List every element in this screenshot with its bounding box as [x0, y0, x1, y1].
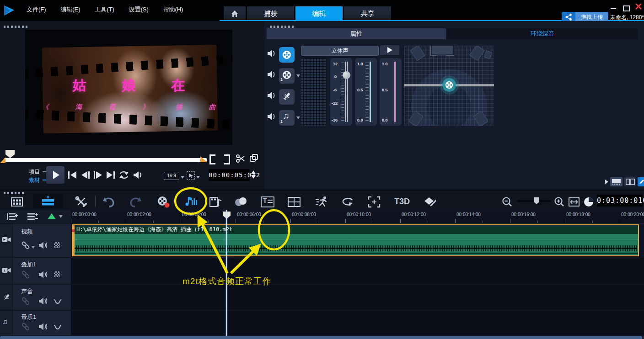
overlay-track-dropdown-icon[interactable]: [296, 74, 301, 78]
overlay-track-header[interactable]: 1 叠加1: [0, 258, 71, 284]
mark-in-icon[interactable]: [209, 154, 215, 164]
split-screen-button[interactable]: [287, 195, 301, 209]
timeline-zoom-slider[interactable]: [517, 200, 551, 202]
overlay-track-content[interactable]: [71, 258, 644, 284]
mixer-overlay-track-button[interactable]: 1: [279, 68, 295, 84]
chroma-key-icon[interactable]: [54, 242, 60, 248]
clip-mode-button[interactable]: 素材: [29, 176, 40, 184]
insert-track-icon[interactable]: [6, 212, 18, 221]
system-volume-button[interactable]: [133, 170, 144, 180]
mark-out-icon[interactable]: [224, 154, 230, 164]
tab-surround-mixer[interactable]: 环绕混音: [447, 28, 638, 39]
link-icon[interactable]: [21, 270, 30, 279]
music-track-volume-icon[interactable]: [267, 112, 276, 121]
link-icon[interactable]: [21, 297, 30, 305]
record-capture-button[interactable]: [156, 195, 170, 209]
playhead-line[interactable]: [226, 210, 227, 336]
preview-scrub-marker[interactable]: [5, 150, 15, 158]
timeline-scrollbar[interactable]: [0, 336, 644, 339]
panner-puck[interactable]: [442, 78, 456, 92]
selection-dropdown-icon[interactable]: [196, 175, 200, 179]
transition-button[interactable]: [234, 195, 248, 209]
zoom-in-button[interactable]: [553, 195, 566, 209]
track-mute-icon[interactable]: [38, 241, 48, 249]
link-icon[interactable]: [21, 241, 30, 249]
link-icon[interactable]: [21, 323, 30, 331]
edit-panel-button[interactable]: [638, 177, 644, 186]
menu-file[interactable]: 文件(F): [20, 2, 53, 17]
aspect-ratio-selector[interactable]: 16:9: [164, 172, 179, 180]
go-start-button[interactable]: [67, 171, 77, 179]
repeat-button[interactable]: [118, 170, 130, 180]
preview-timecode[interactable]: 00:00:05:032: [209, 169, 250, 181]
speed-button[interactable]: [315, 195, 328, 209]
panel-drag-handle[interactable]: [4, 26, 27, 28]
storyboard-view-button[interactable]: [10, 195, 24, 209]
redo-button[interactable]: [129, 195, 143, 209]
track-mute-icon[interactable]: [38, 297, 48, 305]
menu-help[interactable]: 帮助(H): [156, 2, 189, 17]
title-3d-button[interactable]: T3D: [394, 197, 410, 207]
motion-tracking-button[interactable]: [367, 195, 381, 209]
tab-properties[interactable]: 属性: [267, 28, 446, 39]
aspect-dropdown-icon[interactable]: [180, 175, 185, 179]
panel-expand-icon[interactable]: [605, 179, 609, 185]
clip-volume-line[interactable]: [73, 239, 638, 239]
zoom-slider-handle[interactable]: [534, 197, 539, 204]
panel-drag-handle[interactable]: [270, 26, 294, 28]
menu-settings[interactable]: 设置(S): [122, 2, 155, 17]
prev-frame-button[interactable]: [80, 171, 91, 179]
chroma-key-icon[interactable]: [54, 271, 60, 277]
mixer-play-button[interactable]: [380, 45, 399, 55]
overlay-track-volume-icon[interactable]: [267, 70, 276, 79]
music-track-header[interactable]: ♫ 音乐1: [0, 311, 71, 335]
tools-button[interactable]: [74, 195, 88, 209]
track-manager-icon[interactable]: [27, 212, 38, 221]
sound-mixer-button[interactable]: [184, 195, 198, 209]
timecode-spinner[interactable]: [251, 170, 256, 180]
tab-capture[interactable]: 捕获: [247, 6, 294, 21]
wave-view-icon[interactable]: [54, 324, 62, 329]
auto-music-button[interactable]: [209, 195, 223, 209]
music-track-dropdown-icon[interactable]: [296, 116, 301, 120]
library-panel-button[interactable]: [610, 177, 623, 186]
timeline-ruler[interactable]: 00:00:00:00 00:00:02:00 00:00:04:00 00:0…: [71, 210, 644, 223]
scrollbar-thumb[interactable]: [0, 336, 642, 339]
next-frame-button[interactable]: [93, 171, 103, 179]
track-mute-icon[interactable]: [38, 270, 48, 279]
video-track-volume-icon[interactable]: [267, 49, 276, 58]
level-fader-pink[interactable]: 1.0 0.5 0.0: [380, 58, 402, 126]
menu-tools[interactable]: 工具(T): [88, 2, 121, 17]
grab-frame-icon[interactable]: [249, 154, 258, 163]
wave-view-icon[interactable]: [54, 299, 62, 304]
preview-seek-bar[interactable]: [4, 158, 207, 162]
ripple-dropdown-icon[interactable]: [59, 215, 63, 218]
surround-panner[interactable]: [404, 46, 494, 126]
voice-track-content[interactable]: [71, 285, 644, 310]
undo-button[interactable]: [102, 195, 115, 209]
music-track-content[interactable]: [71, 311, 644, 335]
dual-pane-button[interactable]: [624, 177, 636, 186]
minimize-button[interactable]: [608, 4, 618, 11]
timeline-view-button[interactable]: [33, 194, 63, 208]
mask-creator-button[interactable]: [423, 195, 437, 209]
ripple-edit-toggle[interactable]: [48, 213, 56, 219]
voice-track-volume-icon[interactable]: [267, 91, 276, 100]
close-button[interactable]: [635, 3, 644, 10]
stereo-mode-button[interactable]: 立体声: [301, 46, 379, 56]
maximize-button[interactable]: [621, 4, 631, 11]
link-dropdown-icon[interactable]: [31, 246, 35, 249]
tab-share[interactable]: 共享: [344, 6, 391, 21]
mixer-voice-track-button[interactable]: [279, 89, 295, 105]
subtitle-editor-button[interactable]: T: [261, 195, 274, 209]
fader-knob[interactable]: [343, 71, 350, 79]
video-track-header[interactable]: 视频: [0, 224, 71, 257]
customize-motion-button[interactable]: [341, 195, 354, 209]
voice-track-header[interactable]: 声音: [0, 285, 71, 310]
project-mode-button[interactable]: 项目: [29, 168, 40, 176]
tab-home[interactable]: [224, 6, 246, 21]
audio-clip[interactable]: H:\卓依婷\渔家姑娘在海边《海霞》高清 插曲（f1）610.m2t: [72, 224, 639, 256]
mixer-video-track-button[interactable]: [279, 47, 295, 63]
menu-edit[interactable]: 编辑(E): [54, 2, 86, 17]
mixer-music-track-button[interactable]: ♫ 1: [279, 110, 295, 126]
